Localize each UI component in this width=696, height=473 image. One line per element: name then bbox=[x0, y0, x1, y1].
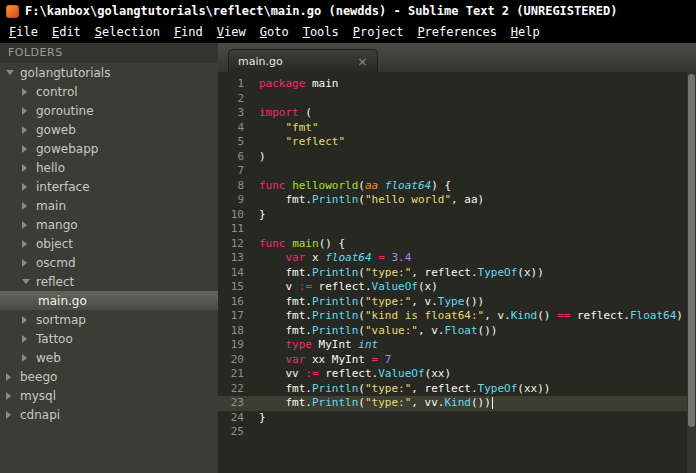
line-number: 23 bbox=[218, 396, 244, 411]
tree-item-hello[interactable]: hello bbox=[0, 158, 218, 177]
tree-item-label: main bbox=[36, 199, 66, 213]
tree-item-beego[interactable]: beego bbox=[0, 367, 218, 386]
triangle-right-icon[interactable] bbox=[6, 373, 11, 381]
tree-item-cdnapi[interactable]: cdnapi bbox=[0, 405, 218, 424]
code-text: fmt.Println("kind is float64:", v.Kind()… bbox=[259, 309, 683, 324]
tab-label: main.go bbox=[238, 55, 283, 68]
triangle-right-icon[interactable] bbox=[22, 240, 27, 248]
tree-item-main[interactable]: main bbox=[0, 196, 218, 215]
tree-item-mysql[interactable]: mysql bbox=[0, 386, 218, 405]
tree-item-web[interactable]: web bbox=[0, 348, 218, 367]
menu-item-edit[interactable]: Edit bbox=[45, 22, 88, 43]
line-number: 25 bbox=[218, 425, 244, 440]
tree-item-label: reflect bbox=[36, 275, 74, 289]
code-line: 18 fmt.Println("value:", v.Float()) bbox=[218, 324, 696, 339]
triangle-right-icon[interactable] bbox=[6, 411, 11, 419]
code-area[interactable]: 1package main23import (4 "fmt"5 "reflect… bbox=[218, 72, 696, 473]
code-line: 8func helloworld(aa float64) { bbox=[218, 179, 696, 194]
tree-item-main-go[interactable]: main.go bbox=[0, 291, 218, 310]
triangle-right-icon[interactable] bbox=[22, 202, 27, 210]
triangle-right-icon[interactable] bbox=[22, 183, 27, 191]
code-text: fmt.Println("type:", v.Type()) bbox=[259, 295, 484, 310]
menu-item-view[interactable]: View bbox=[210, 22, 253, 43]
triangle-right-icon[interactable] bbox=[22, 145, 27, 153]
code-text: fmt.Println("hello world", aa) bbox=[259, 193, 484, 208]
code-text: import ( bbox=[259, 106, 312, 121]
code-line: 23 fmt.Println("type:", vv.Kind()) bbox=[218, 396, 696, 411]
tree-item-label: web bbox=[36, 351, 61, 365]
editor-scrollbar[interactable] bbox=[687, 72, 696, 473]
triangle-right-icon[interactable] bbox=[22, 164, 27, 172]
triangle-right-icon[interactable] bbox=[6, 392, 11, 400]
line-number: 3 bbox=[218, 106, 244, 121]
code-line: 17 fmt.Println("kind is float64:", v.Kin… bbox=[218, 309, 696, 324]
window-title: F:\kanbox\golangtutorials\reflect\main.g… bbox=[25, 0, 617, 22]
code-line: 3import ( bbox=[218, 106, 696, 121]
folders-header: FOLDERS bbox=[0, 43, 218, 63]
triangle-right-icon[interactable] bbox=[22, 354, 27, 362]
menu-item-file[interactable]: File bbox=[2, 22, 45, 43]
editor-pane: main.go × 1package main23import (4 "fmt"… bbox=[218, 43, 696, 473]
triangle-right-icon[interactable] bbox=[22, 126, 27, 134]
tree-item-object[interactable]: object bbox=[0, 234, 218, 253]
tree-item-label: goroutine bbox=[36, 104, 94, 118]
menu-item-find[interactable]: Find bbox=[167, 22, 210, 43]
tree-item-oscmd[interactable]: oscmd bbox=[0, 253, 218, 272]
menu-bar: FileEditSelectionFindViewGotoToolsProjec… bbox=[0, 22, 696, 43]
menu-item-goto[interactable]: Goto bbox=[253, 22, 296, 43]
title-bar[interactable]: F:\kanbox\golangtutorials\reflect\main.g… bbox=[0, 0, 696, 22]
code-line: 5 "reflect" bbox=[218, 135, 696, 150]
tree-item-tattoo[interactable]: Tattoo bbox=[0, 329, 218, 348]
line-number: 5 bbox=[218, 135, 244, 150]
code-line: 7 bbox=[218, 164, 696, 179]
triangle-down-icon[interactable] bbox=[22, 279, 30, 284]
tree-item-label: mango bbox=[36, 218, 78, 232]
line-number: 8 bbox=[218, 179, 244, 194]
tree-item-sortmap[interactable]: sortmap bbox=[0, 310, 218, 329]
menu-item-tools[interactable]: Tools bbox=[296, 22, 346, 43]
triangle-right-icon[interactable] bbox=[22, 335, 27, 343]
line-number: 19 bbox=[218, 338, 244, 353]
code-text: "fmt" bbox=[259, 121, 319, 136]
triangle-right-icon[interactable] bbox=[22, 107, 27, 115]
triangle-right-icon[interactable] bbox=[22, 221, 27, 229]
line-number: 1 bbox=[218, 77, 244, 92]
line-number: 16 bbox=[218, 295, 244, 310]
menu-item-project[interactable]: Project bbox=[346, 22, 411, 43]
line-number: 11 bbox=[218, 222, 244, 237]
tree-item-label: Tattoo bbox=[36, 332, 73, 346]
code-text: var xx MyInt = 7 bbox=[259, 353, 391, 368]
tab-close-icon[interactable]: × bbox=[357, 55, 368, 68]
tree-item-golangtutorials[interactable]: golangtutorials bbox=[0, 63, 218, 82]
tree-item-mango[interactable]: mango bbox=[0, 215, 218, 234]
tree-item-gowebapp[interactable]: gowebapp bbox=[0, 139, 218, 158]
triangle-right-icon[interactable] bbox=[22, 88, 27, 96]
sublime-app-icon bbox=[6, 5, 19, 18]
tree-item-interface[interactable]: interface bbox=[0, 177, 218, 196]
line-number: 13 bbox=[218, 251, 244, 266]
code-line: 6) bbox=[218, 150, 696, 165]
line-number: 9 bbox=[218, 193, 244, 208]
code-text: vv := reflect.ValueOf(xx) bbox=[259, 367, 451, 382]
menu-item-selection[interactable]: Selection bbox=[88, 22, 167, 43]
scrollbar-thumb[interactable] bbox=[688, 74, 695, 427]
triangle-down-icon[interactable] bbox=[6, 70, 14, 75]
tree-item-reflect[interactable]: reflect bbox=[0, 272, 218, 291]
code-line: 11 bbox=[218, 222, 696, 237]
tree-item-control[interactable]: control bbox=[0, 82, 218, 101]
menu-item-help[interactable]: Help bbox=[504, 22, 547, 43]
code-line: 19 type MyInt int bbox=[218, 338, 696, 353]
code-text: v := reflect.ValueOf(x) bbox=[259, 280, 438, 295]
tab-main-go[interactable]: main.go × bbox=[228, 49, 378, 72]
triangle-right-icon[interactable] bbox=[22, 316, 27, 324]
tree-item-goroutine[interactable]: goroutine bbox=[0, 101, 218, 120]
line-number: 7 bbox=[218, 164, 244, 179]
code-line: 25 bbox=[218, 425, 696, 440]
code-lines: 1package main23import (4 "fmt"5 "reflect… bbox=[218, 77, 696, 440]
triangle-right-icon[interactable] bbox=[22, 259, 27, 267]
tree-item-label: interface bbox=[36, 180, 90, 194]
tree-item-goweb[interactable]: goweb bbox=[0, 120, 218, 139]
code-text: } bbox=[259, 208, 266, 223]
menu-item-preferences[interactable]: Preferences bbox=[410, 22, 503, 43]
line-number: 24 bbox=[218, 411, 244, 426]
